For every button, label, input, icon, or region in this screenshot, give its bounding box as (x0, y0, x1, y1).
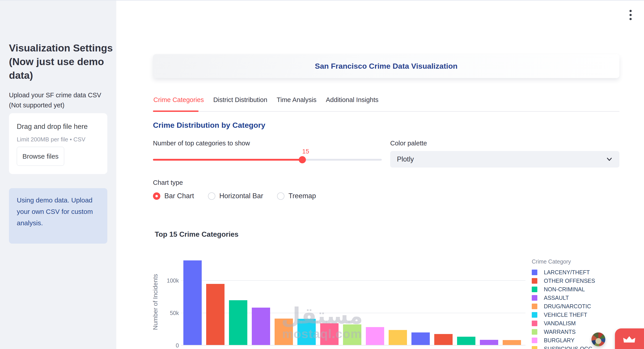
legend-label: BURGLARY (544, 337, 574, 344)
radio-selected-icon (153, 192, 160, 200)
avatar[interactable] (592, 332, 605, 346)
legend-swatch (532, 295, 537, 301)
y-tick-100k: 100k (150, 277, 179, 284)
legend-swatch (532, 303, 537, 309)
info-banner: Using demo data. Upload your own CSV for… (9, 188, 107, 244)
x-axis-line (181, 345, 526, 345)
legend-label: VANDALISM (544, 320, 576, 327)
legend-swatch (532, 329, 537, 335)
bar (457, 337, 476, 345)
legend-label: LARCENY/THEFT (544, 269, 590, 276)
bar (320, 323, 338, 345)
selected-palette: Plotly (397, 151, 414, 168)
legend-item[interactable]: LARCENY/THEFT (532, 268, 641, 276)
bar (298, 319, 316, 345)
tab-bar: Crime Categories District Distribution T… (153, 96, 379, 109)
legend-swatch (532, 320, 537, 326)
tab-district-distribution[interactable]: District Distribution (213, 96, 268, 109)
legend-label: DRUG/NARCOTIC (544, 303, 591, 310)
radio-label: Horizontal Bar (219, 192, 263, 200)
legend-item[interactable]: ASSAULT (532, 293, 641, 302)
info-banner-text: Using demo data. Upload your own CSV for… (17, 194, 102, 229)
bar (343, 324, 361, 345)
legend-swatch (532, 287, 537, 292)
radio-unselected-icon (208, 192, 215, 200)
bar (366, 327, 384, 345)
sidebar: Visualization Settings (Now just use dem… (0, 1, 116, 349)
radio-label: Treemap (288, 192, 316, 200)
legend-label: NON-CRIMINAL (544, 286, 585, 293)
plot-area (181, 258, 526, 345)
radio-treemap[interactable]: Treemap (277, 192, 316, 200)
kebab-menu-icon[interactable] (626, 9, 636, 21)
slider-fill (153, 159, 302, 161)
color-palette-select[interactable]: Plotly (390, 151, 620, 168)
active-tab-underline (153, 111, 198, 112)
palette-label: Color palette (390, 140, 427, 147)
dropzone-text: Drag and drop file here (17, 123, 88, 131)
chevron-down-icon (606, 157, 612, 163)
chart-type-radio-group: Bar Chart Horizontal Bar Treemap (153, 192, 316, 200)
tab-time-analysis[interactable]: Time Analysis (276, 96, 317, 109)
bar (480, 340, 498, 345)
legend-title: Crime Category (532, 258, 641, 265)
legend-item[interactable]: OTHER OFFENSES (532, 276, 641, 285)
tab-crime-categories[interactable]: Crime Categories (153, 96, 204, 109)
bar (503, 340, 521, 345)
radio-label: Bar Chart (164, 192, 194, 200)
legend-label: VEHICLE THEFT (544, 312, 587, 318)
bar (229, 300, 247, 345)
legend-item[interactable]: VANDALISM (532, 319, 641, 327)
bar (434, 334, 452, 345)
bar (252, 308, 270, 345)
bar (274, 318, 293, 345)
chart-title: Top 15 Crime Categories (155, 230, 238, 238)
sidebar-title: Visualization Settings (Now just use dem… (9, 41, 114, 82)
legend-swatch (532, 270, 537, 275)
legend-swatch (532, 312, 537, 318)
legend-swatch (532, 278, 537, 284)
slider-value: 15 (297, 148, 314, 155)
page-title: San Francisco Crime Data Visualization (153, 54, 620, 78)
upload-label: Upload your SF crime data CSV (Not suppo… (9, 90, 110, 110)
chart-type-label: Chart type (153, 179, 183, 186)
y-tick-0: 0 (150, 342, 179, 348)
tab-additional-insights[interactable]: Additional Insights (325, 96, 379, 109)
bar (206, 284, 224, 345)
chat-widget-button[interactable] (615, 328, 644, 349)
main-content: San Francisco Crime Data Visualization C… (116, 1, 644, 349)
slider-thumb[interactable] (299, 156, 306, 163)
radio-bar-chart[interactable]: Bar Chart (153, 192, 194, 200)
dropzone-limit-text: Limit 200MB per file • CSV (17, 136, 86, 143)
legend-label: ASSAULT (544, 295, 569, 301)
browse-files-button[interactable]: Browse files (17, 147, 64, 166)
section-title: Crime Distribution by Category (153, 121, 266, 130)
legend-item[interactable]: DRUG/NARCOTIC (532, 302, 641, 310)
legend-item[interactable]: NON-CRIMINAL (532, 285, 641, 293)
bar (389, 330, 407, 345)
radio-horizontal-bar[interactable]: Horizontal Bar (208, 192, 263, 200)
slider-label: Number of top categories to show (153, 140, 250, 147)
legend-swatch (532, 346, 537, 349)
legend-swatch (532, 337, 537, 343)
tab-divider (153, 111, 620, 112)
legend-label: OTHER OFFENSES (544, 278, 595, 284)
bar (183, 260, 202, 345)
y-tick-50k: 50k (150, 310, 179, 316)
file-dropzone[interactable]: Drag and drop file here Limit 200MB per … (9, 113, 107, 174)
radio-unselected-icon (277, 192, 284, 200)
title-banner: San Francisco Crime Data Visualization (153, 54, 620, 78)
legend-label: WARRANTS (544, 329, 576, 335)
legend-label: SUSPICIOUS OCC (544, 346, 592, 349)
categories-slider[interactable] (153, 159, 382, 161)
bar (412, 332, 430, 345)
legend-item[interactable]: VEHICLE THEFT (532, 310, 641, 319)
